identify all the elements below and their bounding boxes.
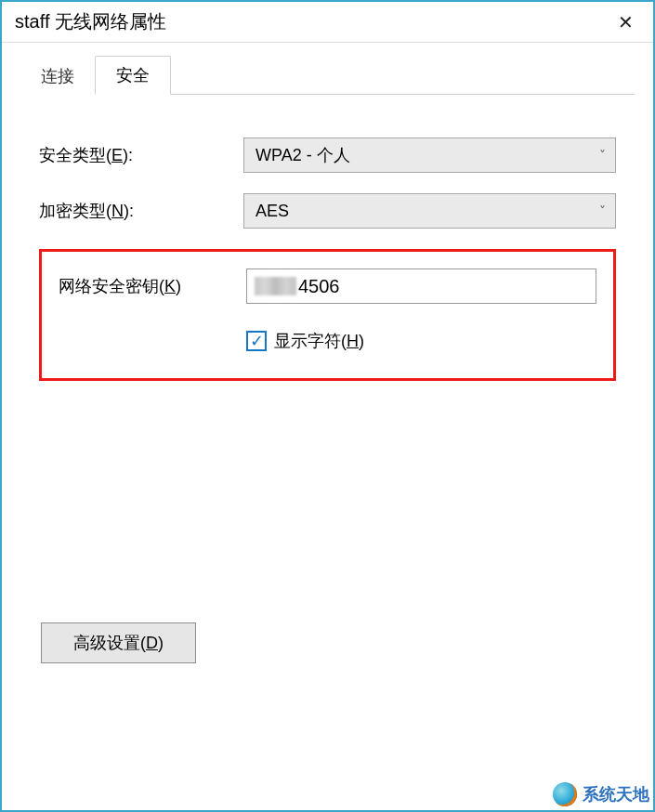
tab-connection[interactable]: 连接 (20, 58, 95, 95)
window-title: staff 无线网络属性 (15, 9, 166, 34)
security-type-value: WPA2 - 个人 (255, 144, 350, 166)
network-key-value: 4506 (298, 276, 340, 297)
chevron-down-icon: ˅ (599, 203, 606, 218)
titlebar: staff 无线网络属性 ✕ (2, 2, 653, 43)
show-characters-row: ✓ 显示字符(H) (59, 330, 596, 352)
globe-icon (553, 782, 577, 806)
encryption-type-row: 加密类型(N): AES ˅ (39, 193, 616, 229)
checkbox-icon: ✓ (246, 331, 267, 351)
encryption-type-select[interactable]: AES ˅ (243, 193, 616, 229)
network-key-input[interactable]: 4506 (246, 268, 596, 304)
encryption-type-label: 加密类型(N): (39, 200, 234, 222)
encryption-type-value: AES (255, 202, 289, 221)
network-key-label: 网络安全密钥(K) (59, 275, 237, 297)
security-type-label: 安全类型(E): (39, 144, 234, 166)
advanced-settings-button[interactable]: 高级设置(D) (41, 622, 196, 663)
tab-connection-label: 连接 (41, 67, 74, 85)
network-key-row: 网络安全密钥(K) 4506 (59, 268, 596, 304)
wifi-properties-dialog: staff 无线网络属性 ✕ 连接 安全 安全类型(E): WPA2 - 个人 … (0, 0, 655, 812)
obscured-prefix (255, 277, 296, 295)
dialog-content: 连接 安全 安全类型(E): WPA2 - 个人 ˅ 加密类型(N): (2, 43, 653, 663)
security-type-select[interactable]: WPA2 - 个人 ˅ (243, 138, 616, 173)
tab-security-panel: 安全类型(E): WPA2 - 个人 ˅ 加密类型(N): AES ˅ (20, 95, 635, 663)
network-key-highlight: 网络安全密钥(K) 4506 ✓ 显示字符(H) (39, 249, 616, 381)
tab-bar: 连接 安全 (20, 58, 635, 95)
watermark-text: 系统天地 (583, 783, 649, 805)
security-type-row: 安全类型(E): WPA2 - 个人 ˅ (39, 138, 616, 173)
show-characters-label: 显示字符(H) (274, 330, 364, 352)
chevron-down-icon: ˅ (599, 148, 606, 163)
close-button[interactable]: ✕ (607, 8, 644, 36)
tab-security-label: 安全 (116, 66, 150, 85)
tab-security[interactable]: 安全 (95, 56, 171, 95)
watermark: 系统天地 (553, 782, 649, 806)
close-icon: ✕ (618, 13, 634, 32)
show-characters-checkbox[interactable]: ✓ 显示字符(H) (246, 330, 596, 352)
